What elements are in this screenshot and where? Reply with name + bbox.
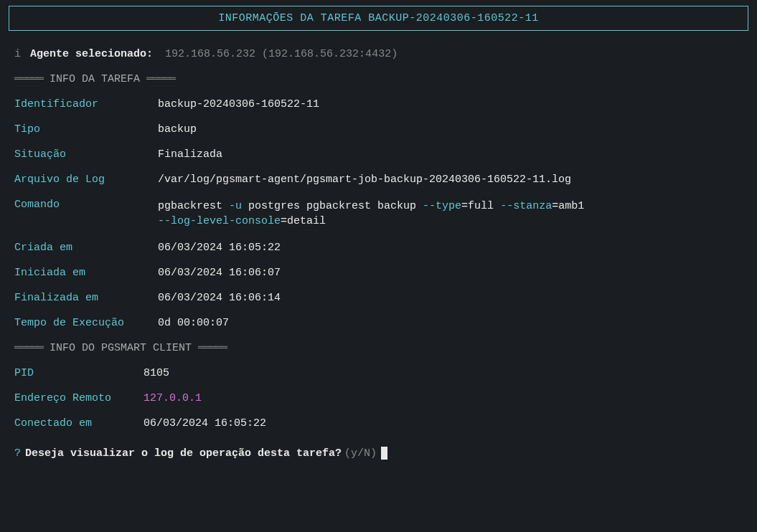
value-iniciada-em: 06/03/2024 16:06:07 [158,267,748,279]
value-situacao: Finalizada [158,148,748,161]
agent-selected-label: Agente selecionado: [30,48,153,60]
key-iniciada-em: Iniciada em [14,267,158,279]
value-arquivo-log: /var/log/pgsmart-agent/pgsmart-job-backu… [158,174,748,186]
key-pid: PID [14,367,144,379]
agent-selected-value: 192.168.56.232 (192.168.56.232:4432) [165,48,398,60]
client-info-label: INFO DO PGSMART CLIENT [50,342,198,354]
prompt-hint: (y/N) [344,447,377,460]
task-info-divider: ═════ INFO DA TAREFA ═════ [9,73,748,85]
info-icon: i [14,48,21,60]
key-tipo: Tipo [14,123,158,136]
key-arquivo-log: Arquivo de Log [14,174,158,186]
row-comando: Comando pgbackrest -u postgres pgbackres… [9,199,748,229]
agent-line: i Agente selecionado: 192.168.56.232 (19… [9,48,748,60]
value-tipo: backup [158,123,748,136]
row-conectado-em: Conectado em 06/03/2024 16:05:22 [9,417,748,429]
client-info-divider: ═════ INFO DO PGSMART CLIENT ═════ [9,342,748,354]
divider-dashes-left: ═════ [14,342,43,354]
row-situacao: Situação Finalizada [9,148,748,161]
value-conectado-em: 06/03/2024 16:05:22 [144,417,748,429]
row-identificador: Identificador backup-20240306-160522-11 [9,98,748,110]
key-identificador: Identificador [14,98,158,110]
key-conectado-em: Conectado em [14,417,144,429]
row-tempo-execucao: Tempo de Execução 0d 00:00:07 [9,317,748,329]
key-finalizada-em: Finalizada em [14,292,158,304]
row-criada-em: Criada em 06/03/2024 16:05:22 [9,242,748,254]
header-title: INFORMAÇÕES DA TAREFA BACKUP-20240306-16… [218,12,539,24]
key-comando: Comando [14,199,158,229]
value-endereco-remoto: 127.0.0.1 [144,392,748,404]
key-tempo-execucao: Tempo de Execução [14,317,158,329]
key-criada-em: Criada em [14,242,158,254]
value-criada-em: 06/03/2024 16:05:22 [158,242,748,254]
row-finalizada-em: Finalizada em 06/03/2024 16:06:14 [9,292,748,304]
value-finalizada-em: 06/03/2024 16:06:14 [158,292,748,304]
divider-dashes-right: ═════ [198,342,227,354]
prompt-question-mark: ? [14,447,21,460]
row-pid: PID 8105 [9,367,748,379]
header-box: INFORMAÇÕES DA TAREFA BACKUP-20240306-16… [9,6,748,31]
row-iniciada-em: Iniciada em 06/03/2024 16:06:07 [9,267,748,279]
task-info-label: INFO DA TAREFA [50,73,146,85]
key-situacao: Situação [14,148,158,161]
prompt-line[interactable]: ? Deseja visualizar o log de operação de… [9,447,748,460]
key-endereco-remoto: Endereço Remoto [14,392,144,404]
value-pid: 8105 [144,367,748,379]
value-identificador: backup-20240306-160522-11 [158,98,748,110]
divider-dashes-left: ═════ [14,73,43,85]
prompt-text: Deseja visualizar o log de operação dest… [25,447,342,460]
cursor-icon [381,447,387,460]
value-tempo-execucao: 0d 00:00:07 [158,317,748,329]
row-tipo: Tipo backup [9,123,748,136]
value-comando: pgbackrest -u postgres pgbackrest backup… [158,199,732,229]
row-arquivo-log: Arquivo de Log /var/log/pgsmart-agent/pg… [9,174,748,186]
row-endereco-remoto: Endereço Remoto 127.0.0.1 [9,392,748,404]
divider-dashes-right: ═════ [146,73,175,85]
